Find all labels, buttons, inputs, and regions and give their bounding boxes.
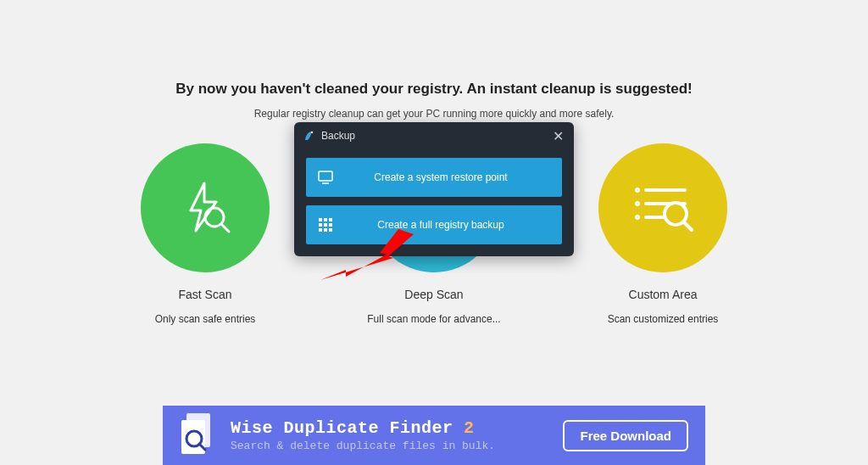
- svg-rect-21: [329, 228, 332, 232]
- svg-rect-17: [324, 223, 327, 227]
- svg-rect-20: [324, 228, 327, 232]
- create-restore-point-button[interactable]: Create a system restore point: [306, 158, 562, 197]
- list-search-icon: [629, 180, 697, 236]
- svg-line-9: [683, 221, 692, 230]
- monitor-icon: [306, 171, 345, 184]
- app-icon: [303, 129, 316, 143]
- bolt-search-icon: [174, 176, 236, 239]
- fast-scan-circle: [141, 143, 270, 272]
- promo-text: Wise Duplicate Finder 2 Search & delete …: [231, 418, 495, 452]
- svg-rect-11: [319, 171, 332, 181]
- fast-scan-option[interactable]: Fast Scan Only scan safe entries: [120, 143, 290, 325]
- free-download-button[interactable]: Free Download: [563, 420, 688, 451]
- svg-point-6: [635, 215, 640, 220]
- promo-title-orange: 2: [464, 418, 475, 438]
- fast-scan-desc: Only scan safe entries: [155, 313, 256, 325]
- deep-scan-title: Deep Scan: [404, 288, 463, 301]
- svg-point-4: [635, 201, 640, 206]
- svg-rect-16: [319, 223, 322, 227]
- svg-rect-18: [329, 223, 332, 227]
- fast-scan-title: Fast Scan: [178, 288, 231, 301]
- custom-area-circle: [598, 143, 727, 272]
- promo-title-white: Wise Duplicate Finder: [231, 418, 464, 438]
- svg-point-2: [635, 188, 640, 193]
- custom-area-title: Custom Area: [629, 288, 698, 301]
- dialog-title: Backup: [321, 130, 549, 142]
- duplicate-files-icon: [180, 413, 215, 457]
- promo-subtitle: Search & delete duplicate files in bulk.: [231, 440, 495, 452]
- promo-banner: Wise Duplicate Finder 2 Search & delete …: [163, 406, 705, 465]
- sub-heading: Regular registry cleanup can get your PC…: [0, 108, 868, 120]
- create-registry-backup-label: Create a full registry backup: [345, 219, 562, 231]
- svg-rect-15: [329, 218, 332, 221]
- close-icon[interactable]: ✕: [549, 128, 567, 144]
- svg-rect-13: [319, 218, 322, 221]
- deep-scan-desc: Full scan mode for advance...: [367, 313, 500, 325]
- custom-area-option[interactable]: Custom Area Scan customized entries: [578, 143, 748, 325]
- custom-area-desc: Scan customized entries: [608, 313, 719, 325]
- svg-point-10: [311, 132, 313, 133]
- create-restore-point-label: Create a system restore point: [345, 171, 562, 183]
- svg-rect-19: [319, 228, 322, 232]
- svg-line-1: [221, 224, 229, 232]
- svg-rect-14: [324, 218, 327, 221]
- create-registry-backup-button[interactable]: Create a full registry backup: [306, 205, 562, 244]
- main-heading: By now you haven't cleaned your registry…: [0, 0, 868, 98]
- backup-dialog: Backup ✕ Create a system restore point: [294, 122, 574, 256]
- grid-icon: [306, 218, 345, 232]
